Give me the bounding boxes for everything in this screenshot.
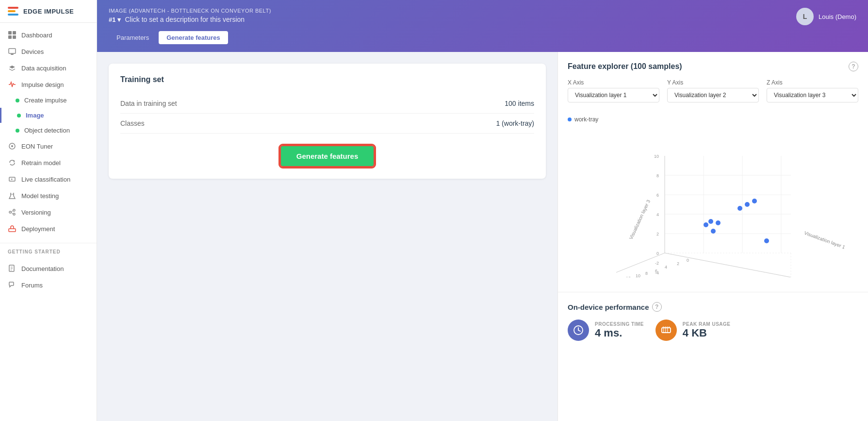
sidebar-label-testing: Model testing (21, 192, 59, 200)
pulse-icon (8, 80, 16, 89)
sidebar-item-model-testing[interactable]: Model testing (0, 187, 97, 204)
main-area: IMAGE (ADVANTECH - BOTTLENECK ON CONVEYO… (97, 0, 868, 421)
svg-text:-2: -2 (655, 261, 659, 266)
svg-rect-3 (13, 35, 16, 39)
avatar: L (796, 8, 814, 25)
tab-generate-features[interactable]: Generate features (159, 31, 228, 44)
on-device-section: On-device performance ? PRO (558, 292, 868, 351)
sidebar-label-versioning: Versioning (21, 209, 51, 216)
data-row-classes: Classes 1 (work-tray) (120, 114, 534, 134)
svg-rect-0 (8, 31, 12, 34)
deploy-icon (8, 224, 16, 233)
live-icon (8, 175, 16, 184)
peak-ram-value: 4 KB (683, 327, 731, 339)
tab-parameters[interactable]: Parameters (109, 31, 157, 44)
sidebar-item-retrain[interactable]: Retrain model (0, 154, 97, 171)
sidebar-item-documentation[interactable]: Documentation (0, 260, 97, 277)
sidebar-label-data: Data acquisition (21, 65, 66, 72)
training-set-card: Training set Data in training set 100 it… (109, 64, 546, 179)
svg-point-12 (13, 209, 15, 211)
z-axis-group: Z Axis Visualization layer 1 Visualizati… (767, 79, 858, 102)
chart-legend: work-tray (568, 112, 858, 127)
logo: EDGE IMPULSE (0, 0, 97, 23)
z-axis-select[interactable]: Visualization layer 1 Visualization laye… (767, 88, 858, 102)
svg-line-66 (578, 330, 580, 331)
sidebar-label-retrain: Retrain model (21, 159, 61, 167)
sidebar-item-eon-tuner[interactable]: EON Tuner (0, 138, 97, 154)
x-axis-group: X Axis Visualization layer 1 Visualizati… (568, 79, 659, 102)
svg-text:6: 6 (656, 193, 659, 198)
x-axis-select[interactable]: Visualization layer 1 Visualization laye… (568, 88, 659, 102)
sidebar-item-forums[interactable]: Forums (0, 277, 97, 293)
sidebar-item-data-acquisition[interactable]: Data acquisition (0, 60, 97, 76)
logo-icon (8, 7, 18, 16)
dot-icon-image (17, 114, 21, 118)
header-version-row: #1 ▾ Click to set a description for this… (109, 16, 271, 23)
dot-icon-obj (16, 129, 19, 133)
legend-dot (568, 118, 572, 121)
sidebar-label-live: Live classification (21, 176, 70, 183)
processing-time-label: PROCESSING TIME (595, 321, 644, 327)
svg-text:6: 6 (655, 269, 657, 273)
svg-point-62 (737, 206, 742, 211)
svg-point-58 (708, 219, 713, 224)
processing-time-info: PROCESSING TIME 4 ms. (595, 321, 644, 339)
grid-icon (8, 31, 16, 39)
app-name: EDGE IMPULSE (23, 8, 74, 15)
doc-icon (8, 264, 16, 273)
svg-point-63 (764, 238, 769, 243)
header-description[interactable]: Click to set a description for this vers… (125, 16, 245, 23)
right-panel: Feature explorer (100 samples) ? X Axis … (557, 52, 868, 421)
content-area: Training set Data in training set 100 it… (97, 52, 868, 421)
device-icon (8, 47, 16, 56)
feature-explorer-header: Feature explorer (100 samples) ? (568, 62, 858, 71)
svg-point-13 (13, 213, 15, 215)
nav-getting-started: Documentation Forums (0, 256, 97, 297)
training-set-title: Training set (120, 75, 534, 84)
svg-rect-1 (13, 31, 16, 34)
sidebar: EDGE IMPULSE Dashboard Devices Data acqu… (0, 0, 97, 421)
on-device-label: On-device performance (568, 303, 649, 311)
svg-point-60 (745, 202, 750, 207)
y-axis-group: Y Axis Visualization layer 1 Visualizati… (667, 79, 759, 102)
svg-line-15 (11, 213, 13, 214)
svg-point-7 (11, 145, 13, 147)
header-subtitle: IMAGE (ADVANTECH - BOTTLENECK ON CONVEYO… (109, 8, 271, 14)
svg-line-22 (665, 253, 791, 277)
sidebar-item-impulse[interactable]: Impulse design (0, 76, 97, 93)
svg-text:2: 2 (656, 232, 659, 236)
sidebar-item-create-impulse[interactable]: Create impulse (0, 93, 97, 108)
sidebar-label-devices: Devices (21, 48, 44, 55)
version-number: #1 (109, 16, 115, 23)
svg-point-57 (704, 222, 708, 227)
svg-marker-9 (11, 179, 13, 180)
sidebar-item-image[interactable]: Image (0, 108, 97, 123)
sidebar-item-dashboard[interactable]: Dashboard (0, 27, 97, 43)
sidebar-item-devices[interactable]: Devices (0, 43, 97, 60)
svg-text:10: 10 (636, 273, 640, 277)
svg-rect-5 (11, 54, 14, 55)
data-value-classes: 1 (work-tray) (496, 119, 534, 127)
sidebar-item-deployment[interactable]: Deployment (0, 220, 97, 237)
sidebar-label-deployment: Deployment (21, 225, 55, 233)
version-selector[interactable]: #1 ▾ (109, 16, 121, 23)
svg-text:Visualization layer 3: Visualization layer 3 (628, 199, 652, 240)
y-axis-select[interactable]: Visualization layer 1 Visualization laye… (667, 88, 759, 102)
peak-ram-label: PEAK RAM USAGE (683, 321, 731, 327)
sidebar-item-object-detection[interactable]: Object detection (0, 123, 97, 138)
generate-features-button[interactable]: Generate features (280, 145, 375, 167)
user-menu[interactable]: L Louis (Demo) (796, 8, 856, 25)
svg-rect-2 (8, 35, 12, 39)
sidebar-item-versioning[interactable]: Versioning (0, 204, 97, 220)
on-device-help-icon[interactable]: ? (652, 302, 662, 312)
help-icon[interactable]: ? (849, 62, 858, 71)
sidebar-label-docs: Documentation (21, 265, 64, 272)
header-tabs: Parameters Generate features (109, 31, 856, 44)
svg-text:8: 8 (656, 173, 659, 178)
svg-rect-67 (662, 328, 671, 333)
user-name: Louis (Demo) (819, 13, 856, 20)
feature-explorer-title: Feature explorer (100 samples) (568, 62, 682, 71)
legend-label: work-tray (574, 116, 598, 123)
sidebar-label-create-impulse: Create impulse (24, 97, 66, 104)
sidebar-item-live[interactable]: Live classification (0, 171, 97, 187)
